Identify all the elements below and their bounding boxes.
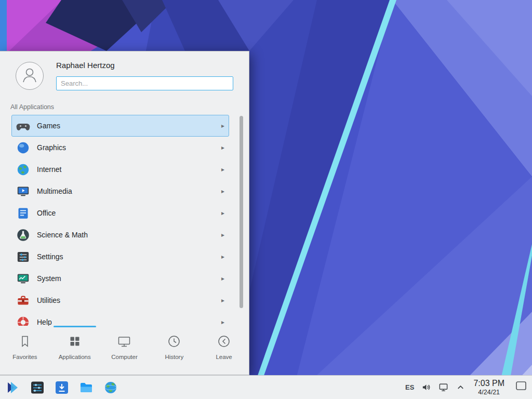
network-display-icon[interactable]: [438, 382, 448, 392]
caret-up-icon[interactable]: [455, 382, 466, 392]
chevron-right-icon: ▸: [221, 297, 224, 303]
tab-leave[interactable]: Leave: [199, 326, 249, 375]
category-multimedia[interactable]: Multimedia ▸: [11, 180, 229, 202]
tab-label: Computer: [111, 354, 138, 360]
tab-favorites[interactable]: Favorites: [0, 326, 50, 375]
section-label: All Applications: [10, 103, 54, 111]
gamepad-icon: [16, 119, 30, 133]
blue-folder-icon: [78, 380, 94, 395]
life-buoy-icon: [16, 315, 30, 326]
web-browser-button[interactable]: [102, 379, 119, 396]
blue-download-icon: [54, 380, 70, 395]
media-player-icon: [16, 184, 30, 198]
category-help[interactable]: Help ▸: [11, 311, 229, 326]
globe-icon: [16, 163, 30, 177]
tab-label: Leave: [216, 354, 232, 360]
category-games[interactable]: Games ▸: [11, 115, 229, 137]
dark-sliders-icon: [30, 380, 45, 395]
category-science-math[interactable]: Science & Math ▸: [11, 224, 229, 246]
settings-app-button[interactable]: [29, 379, 46, 396]
desktop: Raphael Hertzog All Applications Games ▸…: [0, 0, 532, 399]
sliders-icon: [16, 250, 30, 264]
category-label: Internet: [37, 165, 61, 174]
system-tray: ES 7:03 PM 4/24/21: [405, 379, 532, 396]
category-label: Settings: [37, 252, 63, 261]
kde-launcher-icon: [5, 380, 21, 395]
clock-time: 7:03 PM: [473, 379, 504, 388]
digital-clock[interactable]: 7:03 PM 4/24/21: [472, 379, 506, 396]
category-office[interactable]: Office ▸: [11, 202, 229, 224]
category-graphics[interactable]: Graphics ▸: [11, 137, 229, 158]
scrollbar-thumb[interactable]: [240, 116, 243, 308]
taskbar: ES 7:03 PM 4/24/21: [0, 375, 532, 399]
world-globe-icon: [103, 380, 118, 395]
leave-icon: [216, 334, 232, 349]
category-list: Games ▸ Graphics ▸ Internet ▸: [0, 115, 249, 326]
application-launcher-popup: Raphael Hertzog All Applications Games ▸…: [0, 51, 249, 375]
category-label: Utilities: [37, 296, 60, 304]
category-label: System: [37, 274, 61, 283]
show-desktop-icon: [515, 380, 527, 394]
speaker-icon[interactable]: [421, 382, 431, 392]
category-system[interactable]: System ▸: [11, 268, 229, 289]
taskbar-left: [0, 379, 119, 396]
computer-icon: [116, 334, 132, 349]
show-desktop-button[interactable]: [514, 381, 528, 393]
graphics-orb-icon: [16, 141, 30, 155]
category-internet[interactable]: Internet ▸: [11, 158, 229, 180]
chevron-right-icon: ▸: [221, 254, 224, 260]
scrollbar[interactable]: [240, 116, 243, 323]
category-label: Help: [37, 318, 52, 326]
keyboard-layout-indicator[interactable]: ES: [405, 383, 414, 391]
chevron-right-icon: ▸: [221, 232, 224, 238]
category-label: Multimedia: [37, 187, 72, 195]
app-launcher-button[interactable]: [5, 379, 21, 396]
chevron-right-icon: ▸: [221, 319, 224, 325]
user-avatar[interactable]: [16, 62, 44, 90]
file-manager-button[interactable]: [78, 379, 95, 396]
flask-icon: [16, 228, 30, 242]
user-name: Raphael Hertzog: [56, 61, 115, 70]
tab-label: History: [165, 354, 183, 360]
tab-computer[interactable]: Computer: [100, 326, 150, 375]
tab-label: Favorites: [12, 354, 37, 360]
user-icon: [19, 64, 40, 87]
category-settings[interactable]: Settings ▸: [11, 246, 229, 268]
category-label: Games: [37, 122, 60, 130]
system-monitor-icon: [16, 272, 30, 286]
category-label: Science & Math: [37, 231, 88, 239]
toolbox-icon: [16, 294, 30, 308]
category-utilities[interactable]: Utilities ▸: [11, 289, 229, 311]
clock-date: 4/24/21: [473, 389, 504, 396]
app-grid-icon: [67, 334, 83, 349]
tab-applications[interactable]: Applications: [50, 326, 100, 375]
chevron-right-icon: ▸: [221, 144, 224, 151]
clock-icon: [166, 334, 182, 349]
document-icon: [16, 206, 30, 220]
chevron-right-icon: ▸: [221, 166, 224, 172]
chevron-right-icon: ▸: [221, 275, 224, 282]
category-label: Graphics: [37, 143, 66, 152]
chevron-right-icon: ▸: [221, 188, 224, 194]
tab-history[interactable]: History: [149, 326, 199, 375]
search-input[interactable]: [56, 76, 233, 90]
launcher-tab-bar: Favorites Applications Computer History: [0, 326, 249, 375]
category-label: Office: [37, 209, 56, 217]
chevron-right-icon: ▸: [221, 210, 224, 216]
chevron-right-icon: ▸: [221, 123, 224, 129]
software-center-button[interactable]: [54, 379, 70, 396]
bookmark-icon: [17, 334, 33, 349]
tab-label: Applications: [59, 354, 91, 360]
